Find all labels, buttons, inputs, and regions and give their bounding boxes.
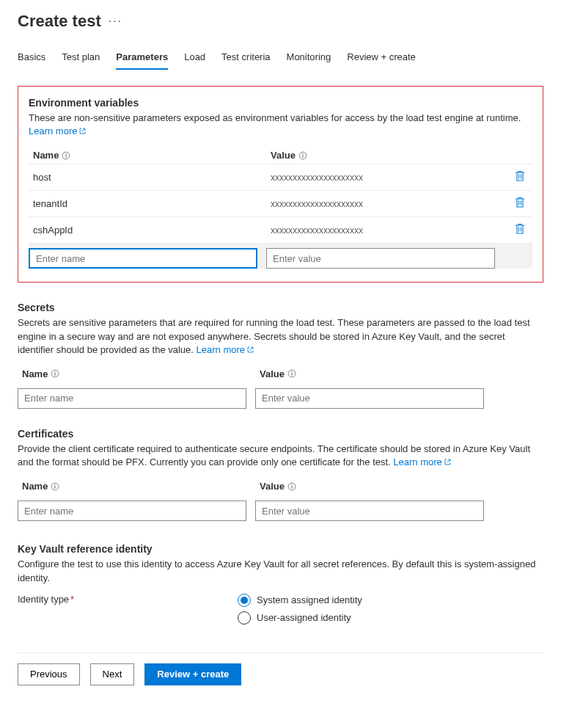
secrets-learn-more-link[interactable]: Learn more xyxy=(197,344,254,355)
env-value-input[interactable] xyxy=(266,248,495,269)
env-row-value: xxxxxxxxxxxxxxxxxxxxx xyxy=(271,172,507,183)
secrets-col-name: Name xyxy=(22,368,48,379)
kv-section: Key Vault reference identity Configure t… xyxy=(18,543,543,624)
info-icon[interactable] xyxy=(287,369,296,378)
tab-test-criteria[interactable]: Test criteria xyxy=(221,47,270,70)
certs-value-input[interactable] xyxy=(255,500,484,521)
more-actions-icon[interactable]: ··· xyxy=(109,15,122,28)
svg-rect-17 xyxy=(291,486,292,488)
svg-point-1 xyxy=(66,153,67,154)
external-link-icon xyxy=(246,346,254,354)
delete-icon[interactable] xyxy=(515,170,525,182)
tab-load[interactable]: Load xyxy=(184,47,205,70)
certs-section: Certificates Provide the client certific… xyxy=(18,428,543,521)
env-row-value: xxxxxxxxxxxxxxxxxxxxx xyxy=(271,225,507,236)
env-name-input[interactable] xyxy=(29,248,257,269)
env-row: host xxxxxxxxxxxxxxxxxxxxx xyxy=(29,164,532,191)
secrets-desc: Secrets are sensitive parameters that ar… xyxy=(18,316,543,357)
tab-monitoring[interactable]: Monitoring xyxy=(287,47,331,70)
svg-point-16 xyxy=(291,484,292,485)
certs-learn-more-link[interactable]: Learn more xyxy=(393,456,451,467)
env-row-name: cshAppId xyxy=(29,225,271,236)
tab-test-plan[interactable]: Test plan xyxy=(62,47,100,70)
radio-user-assigned[interactable]: User-assigned identity xyxy=(238,611,362,625)
env-row-value: xxxxxxxxxxxxxxxxxxxxx xyxy=(271,199,507,209)
previous-button[interactable]: Previous xyxy=(18,663,80,685)
env-col-name: Name xyxy=(33,150,59,161)
secrets-name-input[interactable] xyxy=(18,388,246,409)
env-row: cshAppId xxxxxxxxxxxxxxxxxxxxx xyxy=(29,217,532,244)
certs-col-value: Value xyxy=(260,481,285,492)
kv-identity-type-label: Identity type* xyxy=(18,594,208,605)
env-vars-title: Environment variables xyxy=(29,97,532,109)
external-link-icon xyxy=(444,458,452,466)
secrets-section: Secrets Secrets are sensitive parameters… xyxy=(18,302,543,409)
kv-title: Key Vault reference identity xyxy=(18,543,543,555)
certs-title: Certificates xyxy=(18,428,543,440)
svg-rect-2 xyxy=(66,155,67,157)
svg-rect-5 xyxy=(302,155,303,157)
delete-icon[interactable] xyxy=(515,197,525,208)
delete-icon[interactable] xyxy=(515,223,525,235)
env-learn-more-link[interactable]: Learn more xyxy=(29,125,87,136)
info-icon[interactable] xyxy=(62,151,70,160)
secrets-title: Secrets xyxy=(18,302,543,313)
env-vars-section: Environment variables These are non-sens… xyxy=(18,86,543,283)
tab-review-create[interactable]: Review + create xyxy=(347,47,416,70)
footer: Previous Next Review + create xyxy=(18,652,543,685)
svg-rect-8 xyxy=(55,374,56,376)
page-title: Create test xyxy=(18,12,101,31)
env-col-value: Value xyxy=(271,150,296,161)
env-row-name: tenantId xyxy=(29,198,271,209)
tabs: Basics Test plan Parameters Load Test cr… xyxy=(18,47,543,70)
radio-checked-icon xyxy=(238,594,251,607)
external-link-icon xyxy=(78,127,87,135)
tab-basics[interactable]: Basics xyxy=(18,47,45,70)
svg-rect-14 xyxy=(55,486,56,488)
svg-point-10 xyxy=(291,372,292,373)
info-icon[interactable] xyxy=(287,482,296,491)
env-row: tenantId xxxxxxxxxxxxxxxxxxxxx xyxy=(29,191,532,217)
certs-desc: Provide the client certificate required … xyxy=(18,443,543,469)
svg-point-13 xyxy=(55,484,56,485)
radio-system-assigned[interactable]: System assigned identity xyxy=(238,594,362,607)
certs-col-name: Name xyxy=(22,481,48,492)
info-icon[interactable] xyxy=(51,482,59,491)
secrets-value-input[interactable] xyxy=(255,388,484,409)
svg-point-7 xyxy=(55,372,56,373)
next-button[interactable]: Next xyxy=(90,663,135,685)
secrets-col-value: Value xyxy=(260,368,285,379)
radio-unchecked-icon xyxy=(238,611,251,625)
svg-point-4 xyxy=(302,153,303,154)
info-icon[interactable] xyxy=(298,151,307,160)
review-create-button[interactable]: Review + create xyxy=(144,663,241,685)
svg-rect-11 xyxy=(291,374,292,376)
env-row-name: host xyxy=(29,172,271,183)
kv-desc: Configure the test to use this identity … xyxy=(18,558,543,584)
info-icon[interactable] xyxy=(51,369,59,378)
env-vars-desc: These are non-sensitive parameters expos… xyxy=(29,112,532,138)
tab-parameters[interactable]: Parameters xyxy=(116,47,168,70)
certs-name-input[interactable] xyxy=(18,500,246,521)
